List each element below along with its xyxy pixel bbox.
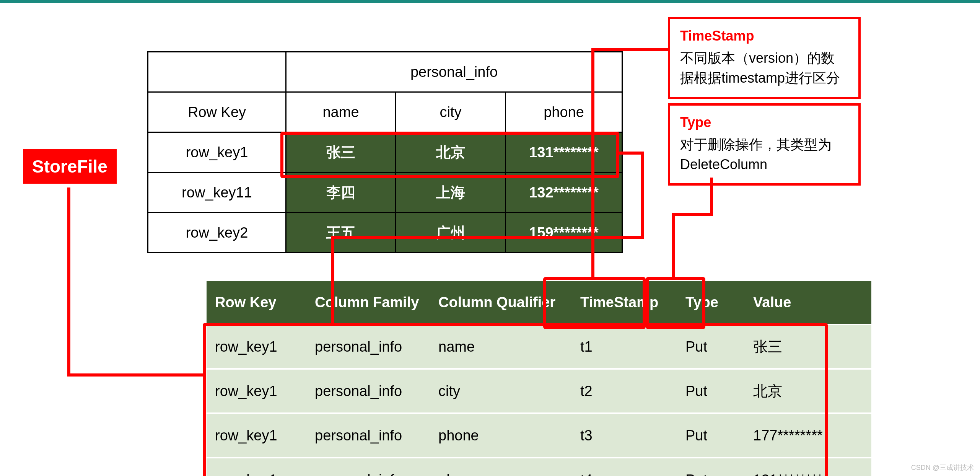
phone-cell: 132******** <box>506 173 622 213</box>
timestamp-callout-body: 不同版本（version）的数据根据timestamp进行区分 <box>680 48 848 88</box>
city-cell: 北京 <box>396 132 506 173</box>
sf-ts-cell: t1 <box>572 324 677 369</box>
col-city-header: city <box>396 92 506 132</box>
sf-type-cell: Put <box>677 369 745 413</box>
table-row: row_key1 张三 北京 131******** <box>148 132 622 173</box>
type-callout-title: Type <box>680 112 848 132</box>
table-row: row_key1 personal_info city t2 Put 北京 <box>207 369 871 413</box>
logical-view-table: personal_info Row Key name city phone ro… <box>147 51 623 253</box>
name-cell: 张三 <box>286 132 396 173</box>
sf-cq-cell: name <box>430 324 572 369</box>
sf-cf-cell: personal_info <box>306 369 430 413</box>
storefile-table: Row Key Column Family Column Qualifier T… <box>207 281 871 476</box>
row-key-cell: row_key2 <box>148 213 286 253</box>
table-row: row_key1 personal_info phone t3 Put 177*… <box>207 413 871 458</box>
sf-rowkey-cell: row_key1 <box>207 324 306 369</box>
sf-ts-cell: t4 <box>572 458 677 476</box>
sf-type-header: Type <box>677 281 745 324</box>
sf-cq-header: Column Qualifier <box>430 281 572 324</box>
name-cell: 李四 <box>286 173 396 213</box>
sf-rowkey-header: Row Key <box>207 281 306 324</box>
city-cell: 上海 <box>396 173 506 213</box>
col-name-header: name <box>286 92 396 132</box>
blank-header <box>148 52 286 92</box>
phone-cell: 131******** <box>506 132 622 173</box>
sf-ts-cell: t2 <box>572 369 677 413</box>
table-row: row_key1 personal_info name t1 Put 张三 <box>207 324 871 369</box>
sf-cf-cell: personal_info <box>306 413 430 458</box>
watermark: CSDN @三成讲技术 <box>911 463 974 472</box>
sf-cq-cell: phone <box>430 413 572 458</box>
sf-cq-cell: city <box>430 369 572 413</box>
storefile-badge: StoreFile <box>23 149 117 184</box>
table-row: row_key1 personal_info phone t4 Put 131*… <box>207 458 871 476</box>
city-cell: 广州 <box>396 213 506 253</box>
sf-ts-cell: t3 <box>572 413 677 458</box>
row-key-header: Row Key <box>148 92 286 132</box>
table-row: row_key2 王五 广州 159******** <box>148 213 622 253</box>
row-key-cell: row_key11 <box>148 173 286 213</box>
timestamp-callout-title: TimeStamp <box>680 26 848 46</box>
sf-value-cell: 131******** <box>745 458 871 476</box>
timestamp-callout: TimeStamp 不同版本（version）的数据根据timestamp进行区… <box>668 17 861 99</box>
top-accent-bar <box>0 0 980 3</box>
sf-value-cell: 北京 <box>745 369 871 413</box>
sf-type-cell: Put <box>677 413 745 458</box>
sf-cq-cell: phone <box>430 458 572 476</box>
col-phone-header: phone <box>506 92 622 132</box>
name-cell: 王五 <box>286 213 396 253</box>
sf-type-cell: Put <box>677 458 745 476</box>
sf-value-cell: 177******** <box>745 413 871 458</box>
sf-cf-header: Column Family <box>306 281 430 324</box>
sf-cf-cell: personal_info <box>306 324 430 369</box>
table-row: row_key11 李四 上海 132******** <box>148 173 622 213</box>
sf-rowkey-cell: row_key1 <box>207 413 306 458</box>
type-callout-body: 对于删除操作，其类型为DeleteColumn <box>680 135 848 174</box>
column-family-header: personal_info <box>286 52 622 92</box>
type-callout: Type 对于删除操作，其类型为DeleteColumn <box>668 103 861 186</box>
phone-cell: 159******** <box>506 213 622 253</box>
sf-cf-cell: personal_info <box>306 458 430 476</box>
sf-rowkey-cell: row_key1 <box>207 369 306 413</box>
sf-ts-header: TimeStamp <box>572 281 677 324</box>
sf-rowkey-cell: row_key1 <box>207 458 306 476</box>
row-key-cell: row_key1 <box>148 132 286 173</box>
sf-type-cell: Put <box>677 324 745 369</box>
sf-value-cell: 张三 <box>745 324 871 369</box>
sf-value-header: Value <box>745 281 871 324</box>
